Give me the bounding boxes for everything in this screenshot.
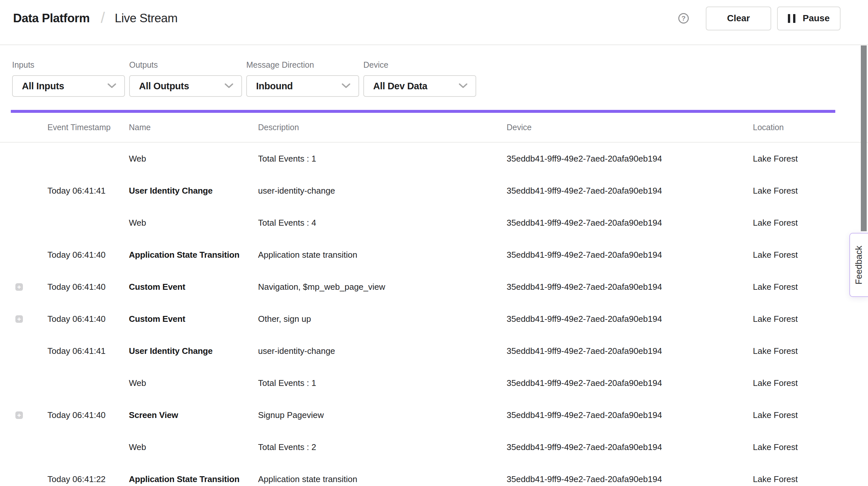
pause-button-label: Pause [803,13,830,24]
filter-message-direction-value: Inbound [256,81,293,92]
event-timestamp: Today 06:41:40 [48,314,129,324]
event-description: Application state transition [258,250,506,260]
help-icon[interactable]: ? [678,13,689,24]
table-header: Event Timestamp Name Description Device … [0,113,868,143]
chevron-down-icon [341,83,350,89]
event-description: Total Events : 4 [258,218,506,228]
chevron-down-icon [224,83,234,89]
filter-device-value: All Dev Data [373,81,428,92]
event-location: Lake Forest [753,410,868,420]
event-device-id: 35eddb41-9ff9-49e2-7aed-20afa90eb194 [506,186,753,196]
expand-row-button[interactable]: + [16,283,23,291]
event-device-id: 35eddb41-9ff9-49e2-7aed-20afa90eb194 [506,154,753,164]
accent-divider [11,110,835,113]
event-timestamp: Today 06:41:40 [48,410,129,420]
filter-message-direction-select[interactable]: Inbound [246,75,359,97]
event-timestamp: Today 06:41:41 [48,346,129,356]
event-name: Custom Event [129,314,258,324]
event-name: Screen View [129,410,258,420]
event-location: Lake Forest [753,186,868,196]
column-description: Description [258,123,506,132]
event-location: Lake Forest [753,154,868,164]
feedback-tab-label: Feedback [854,246,864,284]
filter-outputs-select[interactable]: All Outputs [129,75,242,97]
filter-message-direction: Message Direction Inbound [246,60,359,97]
event-description: user-identity-change [258,186,506,196]
expander-cell: + [0,283,48,291]
event-name: Web [129,218,258,228]
filter-device-select[interactable]: All Dev Data [363,75,476,97]
event-name: Application State Transition [129,474,258,484]
filter-inputs-value: All Inputs [22,81,64,92]
table-row[interactable]: +Today 06:41:40Screen ViewSignup Pagevie… [0,399,868,431]
event-description: user-identity-change [258,346,506,356]
table-row[interactable]: Today 06:41:40Application State Transiti… [0,239,868,271]
table-row[interactable]: Today 06:41:41User Identity Changeuser-i… [0,335,868,367]
event-description: Other, sign up [258,314,506,324]
expand-row-button[interactable]: + [16,412,23,419]
event-location: Lake Forest [753,218,868,228]
pause-icon [788,14,796,23]
event-name: User Identity Change [129,186,258,196]
event-location: Lake Forest [753,346,868,356]
event-timestamp: Today 06:41:40 [48,250,129,260]
event-location: Lake Forest [753,442,868,452]
filter-inputs-select[interactable]: All Inputs [12,75,125,97]
event-description: Navigation, $mp_web_page_view [258,282,506,292]
column-name: Name [129,123,258,132]
event-description: Total Events : 2 [258,442,506,452]
expand-row-button[interactable]: + [16,315,23,323]
event-location: Lake Forest [753,474,868,484]
event-name: Web [129,154,258,164]
event-device-id: 35eddb41-9ff9-49e2-7aed-20afa90eb194 [506,218,753,228]
event-description: Total Events : 1 [258,154,506,164]
event-timestamp: Today 06:41:41 [48,186,129,196]
event-table: Event Timestamp Name Description Device … [0,113,868,486]
event-name: User Identity Change [129,346,258,356]
filter-device-label: Device [363,60,476,70]
event-name: Custom Event [129,282,258,292]
column-location: Location [753,123,868,132]
table-row[interactable]: WebTotal Events : 135eddb41-9ff9-49e2-7a… [0,143,868,175]
breadcrumb-data-platform[interactable]: Data Platform [13,11,90,25]
column-device: Device [506,123,753,132]
chevron-down-icon [107,83,117,89]
pause-button[interactable]: Pause [777,6,840,30]
event-description: Signup Pageview [258,410,506,420]
vertical-scrollbar-thumb[interactable] [861,45,867,231]
filters-bar: Inputs All Inputs Outputs All Outputs Me… [0,45,868,97]
clear-button[interactable]: Clear [706,6,771,30]
page-title: Live Stream [115,11,178,25]
filter-message-direction-label: Message Direction [246,60,359,70]
event-device-id: 35eddb41-9ff9-49e2-7aed-20afa90eb194 [506,282,753,292]
event-device-id: 35eddb41-9ff9-49e2-7aed-20afa90eb194 [506,314,753,324]
event-location: Lake Forest [753,314,868,324]
event-description: Application state transition [258,474,506,484]
filter-outputs: Outputs All Outputs [129,60,242,97]
clear-button-label: Clear [727,13,750,24]
table-row[interactable]: WebTotal Events : 135eddb41-9ff9-49e2-7a… [0,367,868,399]
event-device-id: 35eddb41-9ff9-49e2-7aed-20afa90eb194 [506,346,753,356]
filter-device: Device All Dev Data [363,60,476,97]
expander-cell: + [0,315,48,323]
table-row[interactable]: Today 06:41:22Application State Transiti… [0,463,868,486]
event-timestamp: Today 06:41:40 [48,282,129,292]
live-stream-page: Data Platform / Live Stream ? Clear Paus… [0,0,868,486]
page-header: Data Platform / Live Stream ? Clear Paus… [0,0,868,45]
event-description: Total Events : 1 [258,378,506,388]
filter-inputs-label: Inputs [12,60,125,70]
table-body: WebTotal Events : 135eddb41-9ff9-49e2-7a… [0,143,868,486]
table-row[interactable]: WebTotal Events : 435eddb41-9ff9-49e2-7a… [0,207,868,239]
table-row[interactable]: Today 06:41:41User Identity Changeuser-i… [0,175,868,207]
chevron-down-icon [459,83,468,89]
table-row[interactable]: +Today 06:41:40Custom EventOther, sign u… [0,303,868,335]
filter-outputs-value: All Outputs [139,81,189,92]
feedback-tab[interactable]: Feedback [849,233,868,297]
expander-cell: + [0,412,48,419]
table-row[interactable]: WebTotal Events : 235eddb41-9ff9-49e2-7a… [0,431,868,463]
event-timestamp: Today 06:41:22 [48,474,129,484]
table-row[interactable]: +Today 06:41:40Custom EventNavigation, $… [0,271,868,303]
event-device-id: 35eddb41-9ff9-49e2-7aed-20afa90eb194 [506,378,753,388]
filter-outputs-label: Outputs [129,60,242,70]
event-name: Application State Transition [129,250,258,260]
